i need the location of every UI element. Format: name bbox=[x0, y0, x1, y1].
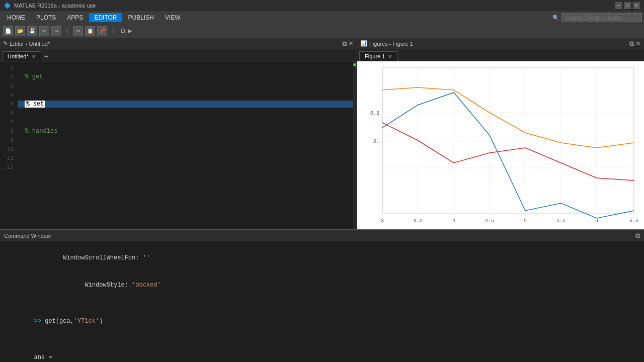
figure-header: 📊 Figures - Figure 1 ⧉ ✕ bbox=[357, 38, 644, 49]
ylabel-0: 0. bbox=[373, 139, 379, 144]
figure-title: Figures - Figure 1 bbox=[369, 41, 413, 47]
cmd-text-3: get(gca,'YTick') bbox=[45, 318, 103, 325]
menu-apps[interactable]: APPS bbox=[62, 13, 88, 22]
cmd-line-2: WindowStyle: 'docked' bbox=[5, 272, 639, 299]
plot-svg: 3 3.5 4 4.5 5 5.5 6 6.5 0.2 0. bbox=[357, 61, 644, 229]
figure-tab-label: Figure 1 bbox=[365, 53, 385, 59]
line-num-8: 8 bbox=[0, 128, 18, 134]
editor-line-1: 1 bbox=[0, 63, 357, 72]
figure-content: 3 3.5 4 4.5 5 5.5 6 6.5 0.2 0. bbox=[357, 61, 644, 229]
xlabel-6: 6 bbox=[595, 218, 598, 224]
editor-line-6: 6 bbox=[0, 109, 357, 118]
line-num-6: 6 bbox=[0, 110, 18, 116]
editor-line-4: 4 bbox=[0, 90, 357, 100]
line-num-9: 9 bbox=[0, 137, 18, 143]
close-editor-button[interactable]: ✕ bbox=[348, 40, 354, 48]
xlabel-4-5: 4.5 bbox=[485, 218, 494, 224]
undock-figure-button[interactable]: ⧉ bbox=[629, 40, 634, 48]
new-file-button[interactable]: 📄 bbox=[3, 26, 13, 36]
cmd-line-blank-1 bbox=[5, 299, 639, 308]
xlabel-6-5: 6.5 bbox=[629, 218, 638, 224]
command-header: Command Window ⧉ bbox=[0, 230, 644, 241]
open-button[interactable]: 📂 bbox=[15, 26, 25, 36]
close-figure-button[interactable]: ✕ bbox=[635, 40, 641, 48]
xlabel-3: 3 bbox=[381, 218, 384, 224]
cmd-line-4: ans = bbox=[5, 344, 639, 362]
editor-header-controls[interactable]: ⧉ ✕ bbox=[342, 40, 354, 48]
command-header-controls[interactable]: ⧉ bbox=[635, 232, 640, 240]
save-button[interactable]: 💾 bbox=[27, 26, 37, 36]
cmd-line-blank-2 bbox=[5, 335, 639, 344]
xlabel-5: 5 bbox=[524, 218, 527, 224]
set-highlight: % set bbox=[25, 101, 45, 108]
command-content[interactable]: WindowScrollWheelFcn: '' WindowStyle: 'd… bbox=[0, 241, 644, 362]
undock-editor-button[interactable]: ⧉ bbox=[342, 40, 347, 48]
figure-header-controls[interactable]: ⧉ ✕ bbox=[629, 40, 641, 48]
menu-home[interactable]: HOME bbox=[2, 13, 30, 22]
matlab-icon: 🔷 bbox=[4, 3, 11, 9]
redo-button[interactable]: ↪ bbox=[51, 26, 61, 36]
cmd-text-1: WindowScrollWheelFcn: '' bbox=[34, 254, 150, 261]
editor-line-10: 10 bbox=[0, 145, 357, 154]
copy-button[interactable]: 📋 bbox=[85, 26, 95, 36]
xlabel-4: 4 bbox=[452, 218, 455, 224]
menu-view[interactable]: VIEW bbox=[160, 13, 186, 22]
editor-content[interactable]: 1 2 % get 3 4 bbox=[0, 61, 357, 229]
editor-icon: ✎ bbox=[3, 40, 8, 47]
marker-indicator bbox=[353, 63, 356, 66]
figure-tab-close[interactable]: ✕ bbox=[388, 54, 392, 59]
close-button[interactable]: ✕ bbox=[633, 2, 640, 9]
line-num-11: 11 bbox=[0, 155, 18, 161]
cmd-text-4: ans = bbox=[34, 354, 52, 361]
title-bar-left: 🔷 MATLAB R2016a - academic use bbox=[4, 3, 96, 9]
line-content-5: % set bbox=[18, 101, 357, 108]
figure-header-left: 📊 Figures - Figure 1 bbox=[360, 40, 413, 47]
line-num-1: 1 bbox=[0, 65, 18, 71]
title-bar: 🔷 MATLAB R2016a - academic use ─ □ ✕ bbox=[0, 0, 644, 11]
editor-tab-untitled[interactable]: Untitled* ✕ bbox=[2, 51, 41, 61]
line-num-4: 4 bbox=[0, 92, 18, 98]
search-input[interactable] bbox=[561, 13, 642, 22]
line-num-5: 5 bbox=[0, 101, 18, 107]
editor-title: Editor - Untitled* bbox=[10, 41, 50, 47]
menu-editor[interactable]: EDITOR bbox=[89, 13, 122, 22]
undo-button[interactable]: ↩ bbox=[39, 26, 49, 36]
line-content-8: % handles bbox=[18, 128, 357, 135]
editor-tab-close[interactable]: ✕ bbox=[32, 54, 36, 59]
xlabel-3-5: 3.5 bbox=[414, 218, 423, 224]
xlabel-5-5: 5.5 bbox=[556, 218, 566, 224]
menu-publish[interactable]: PUBLISH bbox=[123, 13, 159, 22]
prompt-1: >> bbox=[34, 318, 45, 325]
editor-line-7: 7 bbox=[0, 118, 357, 127]
line-num-10: 10 bbox=[0, 146, 18, 152]
title-bar-controls[interactable]: ─ □ ✕ bbox=[615, 2, 640, 9]
current-path: D: ▶ bbox=[121, 28, 132, 34]
path-label: D: bbox=[121, 28, 126, 34]
editor-header: ✎ Editor - Untitled* ⧉ ✕ bbox=[0, 38, 357, 49]
cmd-line-3: >> get(gca,'YTick') bbox=[5, 308, 639, 335]
editor-header-left: ✎ Editor - Untitled* bbox=[3, 40, 50, 47]
menu-plots[interactable]: PLOTS bbox=[31, 13, 61, 22]
figure-tab-1[interactable]: Figure 1 ✕ bbox=[359, 51, 397, 61]
ylabel-0-2: 0.2 bbox=[370, 111, 379, 116]
window-title: MATLAB R2016a - academic use bbox=[14, 3, 96, 9]
figure-tab-bar: Figure 1 ✕ bbox=[357, 49, 644, 61]
top-panels: ✎ Editor - Untitled* ⧉ ✕ Untitled* ✕ + 1 bbox=[0, 38, 644, 229]
editor-scroll-marker bbox=[353, 61, 357, 229]
paste-button[interactable]: 📌 bbox=[97, 26, 107, 36]
maximize-button[interactable]: □ bbox=[624, 2, 631, 9]
cut-button[interactable]: ✂ bbox=[73, 26, 83, 36]
undock-command-button[interactable]: ⧉ bbox=[635, 232, 640, 240]
toolbar: 📄 📂 💾 ↩ ↪ | ✂ 📋 📌 | D: ▶ bbox=[0, 24, 644, 38]
figure-icon: 📊 bbox=[360, 40, 367, 47]
editor-line-5: 5 % set bbox=[0, 100, 357, 109]
cmd-line-1: WindowScrollWheelFcn: '' bbox=[5, 244, 639, 272]
line-num-3: 3 bbox=[0, 83, 18, 89]
minimize-button[interactable]: ─ bbox=[615, 2, 622, 9]
editor-tab-label: Untitled* bbox=[8, 53, 29, 59]
line-num-12: 12 bbox=[0, 164, 18, 170]
editor-line-11: 11 bbox=[0, 154, 357, 163]
new-tab-button[interactable]: + bbox=[42, 53, 50, 61]
command-window: Command Window ⧉ WindowScrollWheelFcn: '… bbox=[0, 229, 644, 362]
editor-panel: ✎ Editor - Untitled* ⧉ ✕ Untitled* ✕ + 1 bbox=[0, 38, 357, 229]
